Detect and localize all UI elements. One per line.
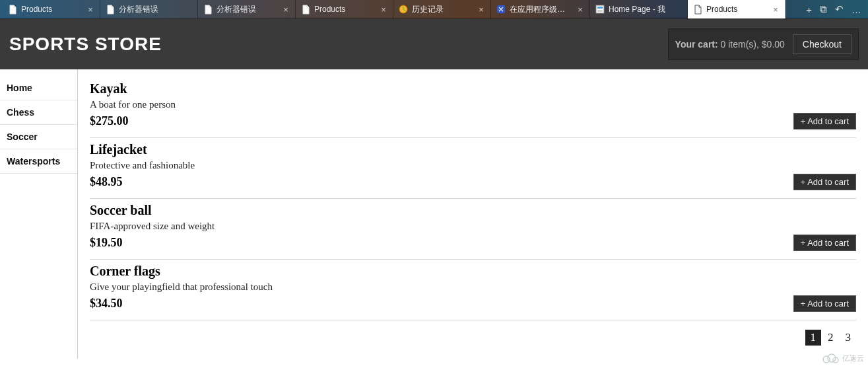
- product-description: Give your playingfield that professional…: [90, 281, 856, 293]
- cart-value: 0 item(s), $0.00: [721, 39, 785, 50]
- close-icon[interactable]: ×: [86, 5, 94, 14]
- panel-toggle-button[interactable]: ⧉: [820, 3, 827, 15]
- svg-rect-2: [596, 5, 604, 13]
- product-description: Protective and fashionable: [90, 160, 856, 171]
- cart-summary: Your cart: 0 item(s), $0.00 Checkout: [668, 28, 859, 60]
- page-icon: [106, 5, 115, 14]
- tab-title: 在应用程序级别之: [510, 4, 572, 15]
- product-name: Soccer ball: [90, 203, 856, 218]
- pager: 123: [90, 320, 856, 346]
- sidebar-item-watersports[interactable]: Watersports: [0, 149, 77, 174]
- close-icon[interactable]: ×: [576, 5, 584, 14]
- pager-link[interactable]: 2: [822, 330, 839, 346]
- svg-point-5: [823, 356, 830, 359]
- home-icon: [595, 5, 605, 14]
- product-price: $19.50: [90, 236, 856, 250]
- pager-link[interactable]: 3: [840, 330, 857, 346]
- product-name: Kayak: [90, 81, 856, 96]
- page-icon: [203, 5, 213, 14]
- svg-rect-3: [597, 7, 603, 9]
- product-item: KayakA boat for one person$275.00+ Add t…: [90, 77, 856, 138]
- browser-tab[interactable]: 在应用程序级别之×: [491, 0, 590, 18]
- product-item: Soccer ballFIFA-approved size and weight…: [90, 199, 856, 260]
- close-icon[interactable]: ×: [282, 5, 290, 14]
- undo-button[interactable]: ↶: [835, 3, 844, 15]
- sidebar-item-home[interactable]: Home: [0, 76, 77, 100]
- product-item: Corner flagsGive your playingfield that …: [90, 260, 856, 320]
- tab-title: 分析器错误: [119, 4, 180, 15]
- pager-link[interactable]: 1: [805, 330, 822, 346]
- more-button[interactable]: …: [851, 4, 861, 15]
- product-price: $48.95: [90, 175, 856, 189]
- browser-tab[interactable]: Home Page - 我: [590, 0, 688, 18]
- browser-tab[interactable]: 分析器错误: [100, 0, 198, 18]
- sidebar-item-chess[interactable]: Chess: [0, 100, 77, 125]
- content-area: KayakA boat for one person$275.00+ Add t…: [78, 69, 868, 359]
- browser-tab[interactable]: 历史记录×: [393, 0, 491, 18]
- add-to-cart-button[interactable]: + Add to cart: [793, 295, 856, 312]
- product-description: A boat for one person: [90, 99, 856, 110]
- browser-tab[interactable]: 分析器错误×: [198, 0, 296, 18]
- tab-title: 分析器错误: [217, 4, 278, 15]
- add-to-cart-button[interactable]: + Add to cart: [793, 113, 856, 129]
- product-name: Corner flags: [90, 264, 856, 279]
- tab-title: Products: [21, 5, 83, 14]
- cart-label: Your cart:: [675, 39, 718, 50]
- tab-strip: Products×分析器错误分析器错误×Products×历史记录×在应用程序级…: [0, 0, 868, 18]
- tabstrip-tools: +⧉↶…: [802, 0, 868, 18]
- browser-tab[interactable]: Products×: [688, 0, 785, 18]
- site-header: SPORTS STORE Your cart: 0 item(s), $0.00…: [0, 18, 868, 69]
- product-item: LifejacketProtective and fashionable$48.…: [90, 138, 856, 199]
- product-price: $34.50: [90, 297, 856, 311]
- page-icon: [301, 5, 310, 14]
- tab-title: Home Page - 我: [609, 4, 670, 15]
- new-tab-button[interactable]: +: [806, 4, 812, 15]
- brand-title: SPORTS STORE: [9, 34, 162, 55]
- add-to-cart-button[interactable]: + Add to cart: [793, 235, 856, 251]
- tab-title: Products: [314, 5, 376, 14]
- product-name: Lifejacket: [90, 142, 856, 157]
- app-icon: [496, 5, 506, 14]
- sidebar-item-soccer[interactable]: Soccer: [0, 125, 77, 149]
- browser-tab[interactable]: Products×: [296, 0, 393, 18]
- product-price: $275.00: [90, 114, 856, 128]
- page-icon: [8, 5, 17, 14]
- tab-title: Products: [706, 5, 768, 14]
- close-icon[interactable]: ×: [477, 5, 485, 14]
- product-list: KayakA boat for one person$275.00+ Add t…: [90, 77, 856, 320]
- product-description: FIFA-approved size and weight: [90, 221, 856, 232]
- close-icon[interactable]: ×: [772, 5, 780, 14]
- checkout-button[interactable]: Checkout: [793, 34, 851, 54]
- browser-tab[interactable]: Products×: [3, 0, 100, 18]
- svg-rect-4: [597, 10, 603, 12]
- clock-icon: [399, 5, 408, 14]
- main-layout: HomeChessSoccerWatersports KayakA boat f…: [0, 69, 868, 359]
- close-icon[interactable]: ×: [380, 5, 387, 14]
- watermark: 亿速云: [821, 352, 864, 359]
- add-to-cart-button[interactable]: + Add to cart: [793, 174, 856, 190]
- tab-title: 历史记录: [412, 4, 473, 15]
- page-icon: [693, 5, 702, 14]
- category-sidebar: HomeChessSoccerWatersports: [0, 69, 78, 359]
